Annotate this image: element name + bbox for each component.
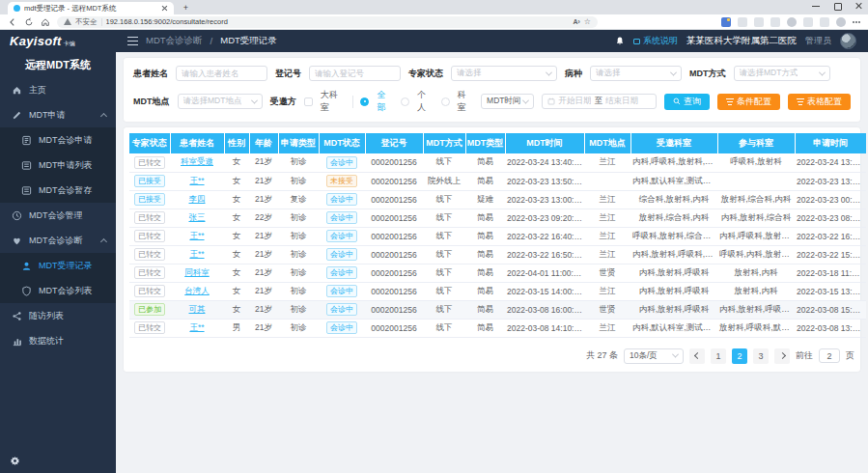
- mdt-status-tag: 未接受: [326, 175, 357, 187]
- sidebar-item-mdt-apply-list[interactable]: MDT申请列表: [0, 153, 116, 178]
- cell-joined-depts: [717, 172, 795, 190]
- settings-gear-icon[interactable]: [10, 456, 20, 466]
- extension-icon[interactable]: [721, 17, 731, 27]
- shopping-icon[interactable]: [820, 17, 829, 27]
- cell-mdt-way: 线下: [423, 245, 465, 264]
- notification-bell-icon[interactable]: [615, 36, 625, 46]
- page-size-select[interactable]: 10条/页: [624, 348, 684, 364]
- next-page-button[interactable]: [774, 348, 790, 364]
- system-help-label: 系统说明: [643, 35, 678, 47]
- new-tab-button[interactable]: +: [182, 4, 190, 13]
- browser-menu-icon[interactable]: [853, 21, 860, 23]
- sidebar-item-mdt-record[interactable]: MDT受理记录: [0, 253, 116, 278]
- tab-close-icon[interactable]: [161, 5, 168, 12]
- page-button-2[interactable]: 2: [732, 348, 747, 364]
- hospital-name: 某某医科大学附属第二医院: [686, 35, 797, 47]
- page-button-1[interactable]: 1: [711, 348, 726, 364]
- reg-no-input[interactable]: [309, 66, 401, 81]
- sidebar-item-mdt-diagnose[interactable]: MDT会诊诊断: [0, 228, 116, 253]
- sidebar-item-mdt-consult-apply[interactable]: MDT会诊申请: [0, 127, 116, 153]
- column-header: MDT方式: [423, 133, 465, 153]
- sidebar-item-mdt-consult-list[interactable]: MDT会诊列表: [0, 278, 116, 303]
- cell-mdt-time: 2022-03-15 14:00:00: [505, 282, 584, 300]
- cell-reg-no: 0002001256: [365, 300, 423, 319]
- refresh-icon[interactable]: [24, 17, 34, 27]
- browser-navbar: 不安全 192.168.0.156:9002/consultate/record…: [0, 14, 868, 30]
- time-type-select[interactable]: MDT时间: [481, 94, 534, 109]
- cell-invited-depts: 内科,放射科,呼吸科: [630, 282, 717, 300]
- patient-name-link[interactable]: 王**: [189, 231, 204, 240]
- minimize-icon[interactable]: [812, 2, 820, 10]
- breadcrumb-parent[interactable]: MDT会诊诊断: [146, 35, 203, 47]
- patient-name-link[interactable]: 张三: [189, 212, 206, 222]
- calendar-icon: [547, 97, 555, 105]
- address-bar[interactable]: 不安全 192.168.0.156:9002/consultate/record…: [57, 16, 598, 28]
- mdt-location-select[interactable]: 请选择MDT地点: [178, 94, 263, 109]
- search-button-label: 查询: [684, 96, 701, 108]
- patient-name-link[interactable]: 科室受邀: [181, 156, 213, 166]
- sidebar-item-followup[interactable]: 随访列表: [0, 303, 116, 328]
- sidebar-item-mdt-consult-draft[interactable]: MDT会诊暂存: [0, 178, 116, 203]
- sync-icon[interactable]: [787, 17, 797, 27]
- patient-name-link[interactable]: 同科室: [184, 267, 210, 277]
- radio-all[interactable]: [360, 97, 369, 106]
- collapse-menu-icon[interactable]: [127, 37, 138, 45]
- big-dept-checkbox[interactable]: [304, 97, 313, 106]
- sidebar-item-label: MDT会诊诊断: [29, 235, 83, 247]
- sidebar-item-home[interactable]: 主页: [0, 77, 116, 102]
- user-avatar[interactable]: [840, 33, 856, 49]
- mdt-way-select[interactable]: 请选择MDT方式: [734, 66, 830, 81]
- patient-name-link[interactable]: 可其: [189, 304, 206, 314]
- sidebar-item-stats[interactable]: 数据统计: [0, 328, 116, 353]
- expert-status-select[interactable]: 请选择: [451, 66, 557, 81]
- home-nav-icon[interactable]: [41, 17, 50, 27]
- url-text[interactable]: 192.168.0.156:9002/consultate/record: [106, 17, 570, 26]
- patient-name-link[interactable]: 王**: [189, 176, 204, 185]
- favorite-star-icon[interactable]: ☆: [584, 17, 591, 26]
- close-icon[interactable]: [854, 2, 862, 10]
- patient-name-link[interactable]: 台湾人: [184, 286, 210, 295]
- goto-page-input[interactable]: [819, 348, 840, 363]
- patient-name-link[interactable]: 王**: [189, 249, 204, 259]
- radio-personal[interactable]: [401, 97, 409, 106]
- browser-tab[interactable]: mdt受理记录 - 远程MDT系统: [8, 2, 174, 14]
- cell-mdt-type: 简易: [465, 300, 505, 319]
- cell-mdt-way: 院外线上: [423, 172, 465, 190]
- cell-mdt-way: 线下: [423, 190, 465, 209]
- screenshot-icon[interactable]: [754, 17, 764, 27]
- disease-select[interactable]: 请选择: [590, 66, 682, 81]
- cell-invited-depts: 内科,默认科室,测试科室: [630, 319, 717, 337]
- cell-apply-type: 初诊: [278, 172, 319, 190]
- table-config-button[interactable]: 表格配置: [788, 94, 851, 110]
- radio-dept-label: 科室: [458, 89, 474, 114]
- collections-icon[interactable]: [738, 17, 747, 27]
- table-row: 已转交科室受邀女21岁初诊会诊中0002001256线下简易2022-03-24…: [129, 153, 866, 172]
- cell-age: 21岁: [249, 153, 278, 172]
- column-header: MDT类型: [465, 133, 505, 153]
- breadcrumb-current: MDT受理记录: [220, 35, 277, 47]
- expert-status-tag: 已接受: [134, 193, 165, 206]
- patient-name-input[interactable]: [176, 66, 267, 81]
- date-range-picker[interactable]: 开始日期 至 结束日期: [542, 94, 657, 109]
- restore-icon[interactable]: [833, 2, 841, 10]
- back-icon[interactable]: [8, 17, 17, 27]
- expert-status-tag: 已转交: [134, 211, 165, 224]
- read-aloud-icon[interactable]: A›: [573, 18, 579, 25]
- system-help-link[interactable]: 系统说明: [633, 35, 678, 47]
- browser-tab-strip: mdt受理记录 - 远程MDT系统 +: [0, 0, 868, 14]
- split-screen-icon[interactable]: [803, 17, 813, 27]
- radio-dept[interactable]: [441, 97, 450, 106]
- media-icon[interactable]: [770, 17, 780, 27]
- sidebar-item-mdt-manage[interactable]: MDT会诊管理: [0, 203, 116, 228]
- cell-mdt-way: 线下: [423, 209, 465, 227]
- sidebar-item-mdt-apply[interactable]: MDT申请: [0, 102, 116, 127]
- condition-config-button[interactable]: 条件配置: [717, 94, 780, 110]
- search-button[interactable]: 查询: [664, 94, 710, 110]
- patient-name-link[interactable]: 李四: [189, 194, 206, 204]
- prev-page-button[interactable]: [689, 348, 705, 364]
- browser-profile-avatar[interactable]: [836, 17, 846, 27]
- page-button-3[interactable]: 3: [753, 348, 769, 364]
- cell-sex: 女: [224, 190, 249, 209]
- cell-apply-time: 2022-03-23 08:49:53: [795, 209, 866, 227]
- patient-name-link[interactable]: 王**: [189, 322, 204, 332]
